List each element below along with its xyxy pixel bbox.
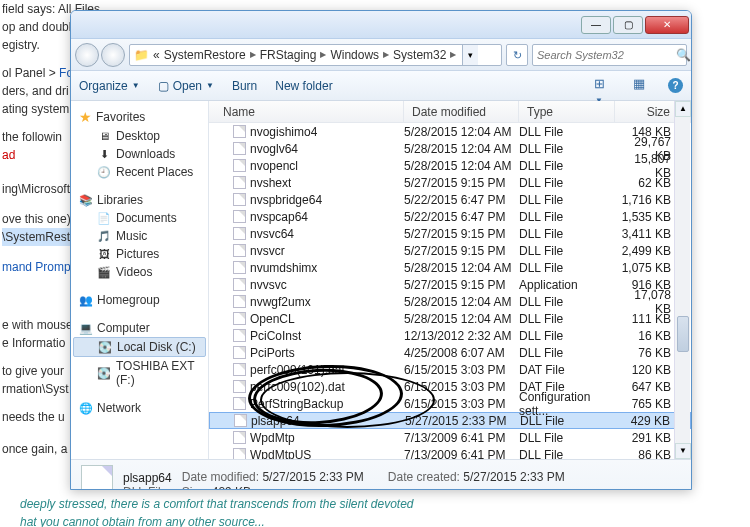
file-date: 5/28/2015 12:04 AM [404,261,519,275]
crumb[interactable]: Windows [330,48,379,62]
file-type: DLL File [519,227,615,241]
crumb[interactable]: System32 [393,48,446,62]
file-row[interactable]: WpdMtpUS7/13/2009 6:41 PMDLL File86 KB [209,446,691,459]
explorer-window: — ▢ ✕ 📁 « SystemRestore▶ FRStaging▶ Wind… [70,10,692,490]
help-button[interactable]: ? [668,78,683,93]
file-type: DLL File [519,431,615,445]
nav-drive-f[interactable]: 💽TOSHIBA EXT (F:) [71,357,208,389]
file-type: DLL File [519,312,615,326]
nav-drive-c[interactable]: 💽Local Disk (C:) [73,337,206,357]
crumb[interactable]: FRStaging [260,48,317,62]
search-box[interactable]: 🔍 [532,44,687,66]
file-name: nvshext [250,176,291,190]
file-row[interactable]: nvopencl5/28/2015 12:04 AMDLL File15,807… [209,157,691,174]
col-name[interactable]: Name [209,101,404,122]
file-type: DLL File [519,176,615,190]
crumb[interactable]: SystemRestore [164,48,246,62]
download-icon: ⬇ [97,148,111,161]
chevron-right-icon[interactable]: ▶ [320,50,326,59]
file-name: perfc009(102).dat [250,380,345,394]
file-name: WpdMtp [250,431,295,445]
file-row[interactable]: PciCoInst12/13/2012 2:32 AMDLL File16 KB [209,327,691,344]
file-name: nvogishimo4 [250,125,317,139]
file-type: DLL File [519,329,615,343]
file-list: Name Date modified Type Size nvogishimo4… [209,101,691,459]
chevron-right-icon[interactable]: ▶ [383,50,389,59]
nav-documents[interactable]: 📄Documents [71,209,208,227]
burn-button[interactable]: Burn [232,79,257,93]
back-button[interactable] [75,43,99,67]
nav-libraries[interactable]: 📚Libraries [71,191,208,209]
crumb-overflow[interactable]: « [153,48,160,62]
homegroup-icon: 👥 [79,294,93,307]
file-row[interactable]: PerfStringBackup6/15/2015 3:03 PMConfigu… [209,395,691,412]
file-row[interactable]: PciPorts4/25/2008 6:07 AMDLL File76 KB [209,344,691,361]
address-bar[interactable]: 📁 « SystemRestore▶ FRStaging▶ Windows▶ S… [129,44,502,66]
file-icon [233,159,246,172]
nav-network[interactable]: 🌐Network [71,399,208,417]
file-date: 6/15/2015 3:03 PM [404,397,519,411]
file-row[interactable]: nvumdshimx5/28/2015 12:04 AMDLL File1,07… [209,259,691,276]
file-date: 5/27/2015 2:33 PM [405,414,520,428]
recent-icon: 🕘 [97,166,111,179]
newfolder-button[interactable]: New folder [275,79,332,93]
col-type[interactable]: Type [519,101,615,122]
folder-icon: 📁 [134,48,149,62]
file-row[interactable]: nvshext5/27/2015 9:15 PMDLL File62 KB [209,174,691,191]
nav-computer[interactable]: 💻Computer [71,319,208,337]
refresh-button[interactable]: ↻ [506,44,528,66]
file-row[interactable]: nvsvc645/27/2015 9:15 PMDLL File3,411 KB [209,225,691,242]
file-row[interactable]: nvspbridge645/22/2015 6:47 PMDLL File1,7… [209,191,691,208]
close-button[interactable]: ✕ [645,16,689,34]
forward-button[interactable] [101,43,125,67]
scroll-thumb[interactable] [677,316,689,352]
nav-favorites[interactable]: ★Favorites [71,107,208,127]
file-icon [234,414,247,427]
picture-icon: 🖼 [97,248,111,260]
file-row[interactable]: perfc009(101).dat6/15/2015 3:03 PMDAT Fi… [209,361,691,378]
file-row[interactable]: nvsvcr5/27/2015 9:15 PMDLL File2,499 KB [209,242,691,259]
view-button[interactable]: ⊞ ▼ [588,76,610,96]
chevron-right-icon[interactable]: ▶ [450,50,456,59]
file-row[interactable]: WpdMtp7/13/2009 6:41 PMDLL File291 KB [209,429,691,446]
nav-videos[interactable]: 🎬Videos [71,263,208,281]
file-name: PerfStringBackup [250,397,343,411]
open-button[interactable]: ▢Open▼ [158,79,214,93]
nav-desktop[interactable]: 🖥Desktop [71,127,208,145]
file-type: DLL File [519,244,615,258]
file-row[interactable]: OpenCL5/28/2015 12:04 AMDLL File111 KB [209,310,691,327]
file-date: 5/28/2015 12:04 AM [404,125,519,139]
nav-downloads[interactable]: ⬇Downloads [71,145,208,163]
file-row[interactable]: nvwgf2umx5/28/2015 12:04 AMDLL File17,07… [209,293,691,310]
file-name: WpdMtpUS [250,448,311,460]
nav-recent[interactable]: 🕘Recent Places [71,163,208,181]
chevron-right-icon[interactable]: ▶ [250,50,256,59]
nav-homegroup[interactable]: 👥Homegroup [71,291,208,309]
command-bar: Organize▼ ▢Open▼ Burn New folder ⊞ ▼ ▦ ? [71,71,691,101]
scroll-down[interactable]: ▼ [675,443,691,459]
file-row[interactable]: perfc009(102).dat6/15/2015 3:03 PMDAT Fi… [209,378,691,395]
file-type: DLL File [519,159,615,173]
details-type: DLL File [123,485,172,491]
address-dropdown[interactable]: ▾ [462,45,478,65]
scrollbar[interactable]: ▲ ▼ [674,101,690,459]
file-date: 5/28/2015 12:04 AM [404,159,519,173]
nav-music[interactable]: 🎵Music [71,227,208,245]
scroll-up[interactable]: ▲ [675,101,691,117]
file-icon [233,295,246,308]
video-icon: 🎬 [97,266,111,279]
file-row[interactable]: plsapp645/27/2015 2:33 PMDLL File429 KB [209,412,691,429]
preview-button[interactable]: ▦ [628,76,650,96]
col-date[interactable]: Date modified [404,101,519,122]
search-input[interactable] [537,49,676,61]
maximize-button[interactable]: ▢ [613,16,643,34]
file-date: 5/22/2015 6:47 PM [404,210,519,224]
file-row[interactable]: nvspcap645/22/2015 6:47 PMDLL File1,535 … [209,208,691,225]
file-icon [233,346,246,359]
organize-button[interactable]: Organize▼ [79,79,140,93]
star-icon: ★ [79,109,92,125]
nav-pictures[interactable]: 🖼Pictures [71,245,208,263]
minimize-button[interactable]: — [581,16,611,34]
file-date: 5/27/2015 9:15 PM [404,244,519,258]
search-icon[interactable]: 🔍 [676,48,691,62]
